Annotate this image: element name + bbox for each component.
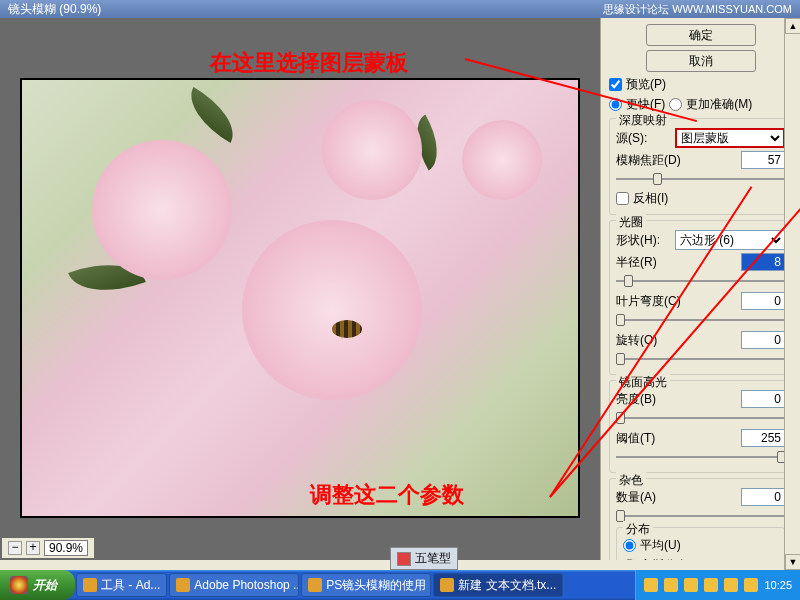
settings-panel: 确定 取消 预览(P) 更快(F) 更加准确(M) 深度映射 源(S): 图层蒙…	[600, 18, 800, 560]
system-tray: 10:25	[635, 570, 800, 600]
threshold-input[interactable]	[741, 429, 785, 447]
accurate-label: 更加准确(M)	[686, 96, 752, 113]
gaussian-label: 高斯分布(G)	[640, 557, 705, 560]
start-label: 开始	[33, 577, 57, 594]
uniform-radio[interactable]	[623, 539, 636, 552]
taskbar-item[interactable]: 工具 - Ad...	[76, 573, 167, 597]
vertical-scrollbar[interactable]: ▲ ▼	[784, 18, 800, 570]
source-label: 源(S):	[616, 130, 647, 147]
zoom-value[interactable]: 90.9%	[44, 540, 88, 556]
radius-slider[interactable]	[616, 274, 785, 288]
depth-group-title: 深度映射	[616, 112, 670, 129]
tray-icon[interactable]	[664, 578, 678, 592]
titlebar: 镜头模糊 (90.9%) 思缘设计论坛 WWW.MISSYUAN.COM	[0, 0, 800, 18]
rotation-input[interactable]	[741, 331, 785, 349]
tray-icon[interactable]	[724, 578, 738, 592]
tray-icon[interactable]	[684, 578, 698, 592]
radius-label: 半径(R)	[616, 254, 657, 271]
iris-group-title: 光圈	[616, 214, 646, 231]
iris-group: 光圈 形状(H): 六边形 (6) 半径(R) 叶片弯度(C) 旋转(O)	[609, 220, 792, 375]
clock[interactable]: 10:25	[764, 579, 792, 591]
windows-icon	[10, 576, 28, 594]
amount-label: 数量(A)	[616, 489, 656, 506]
uniform-label: 平均(U)	[640, 537, 681, 554]
noise-group-title: 杂色	[616, 472, 646, 489]
taskbar-item[interactable]: Adobe Photoshop ...	[169, 573, 299, 597]
threshold-slider[interactable]	[616, 450, 785, 464]
focal-input[interactable]	[741, 151, 785, 169]
dist-group-title: 分布	[623, 521, 653, 538]
annotation-top: 在这里选择图层蒙板	[210, 48, 408, 78]
zoom-in-button[interactable]: +	[26, 541, 40, 555]
app-icon	[176, 578, 190, 592]
preview-label: 预览(P)	[626, 76, 666, 93]
zoom-bar: − + 90.9%	[2, 538, 94, 558]
folder-icon	[83, 578, 97, 592]
scroll-down-button[interactable]: ▼	[785, 554, 800, 570]
watermark: 思缘设计论坛 WWW.MISSYUAN.COM	[603, 2, 792, 17]
shape-label: 形状(H):	[616, 232, 660, 249]
tray-icon[interactable]	[744, 578, 758, 592]
start-button[interactable]: 开始	[0, 570, 75, 600]
preview-image[interactable]	[20, 78, 580, 518]
taskbar: 开始 工具 - Ad... Adobe Photoshop ... PS镜头模糊…	[0, 570, 800, 600]
distribution-group: 分布 平均(U) 高斯分布(G)	[616, 527, 785, 560]
text-icon	[440, 578, 454, 592]
threshold-label: 阈值(T)	[616, 430, 655, 447]
ime-icon[interactable]	[397, 552, 411, 566]
brightness-slider[interactable]	[616, 411, 785, 425]
tray-icon[interactable]	[644, 578, 658, 592]
invert-checkbox[interactable]	[616, 192, 629, 205]
app-icon	[308, 578, 322, 592]
preview-pane: 在这里选择图层蒙板 调整这二个参数 − + 90.9%	[0, 18, 600, 560]
focal-slider[interactable]	[616, 172, 785, 186]
main-area: 在这里选择图层蒙板 调整这二个参数 − + 90.9% 确定 取消 预览(P) …	[0, 18, 800, 560]
depth-group: 深度映射 源(S): 图层蒙版 模糊焦距(D) 反相(I)	[609, 118, 792, 215]
focal-label: 模糊焦距(D)	[616, 152, 681, 169]
accurate-radio[interactable]	[669, 98, 682, 111]
taskbar-item[interactable]: PS镜头模糊的使用 ...	[301, 573, 431, 597]
taskbar-item[interactable]: 新建 文本文档.tx...	[433, 573, 563, 597]
brightness-input[interactable]	[741, 390, 785, 408]
amount-input[interactable]	[741, 488, 785, 506]
tray-icon[interactable]	[704, 578, 718, 592]
invert-label: 反相(I)	[633, 190, 668, 207]
cancel-button[interactable]: 取消	[646, 50, 756, 72]
noise-group: 杂色 数量(A) 分布 平均(U) 高斯分布(G) 单色(M)	[609, 478, 792, 560]
gaussian-radio[interactable]	[623, 559, 636, 560]
source-select[interactable]: 图层蒙版	[675, 128, 785, 148]
annotation-bottom: 调整这二个参数	[310, 480, 464, 510]
zoom-out-button[interactable]: −	[8, 541, 22, 555]
curvature-input[interactable]	[741, 292, 785, 310]
ok-button[interactable]: 确定	[646, 24, 756, 46]
preview-checkbox[interactable]	[609, 78, 622, 91]
ime-text: 五笔型	[415, 550, 451, 567]
scroll-up-button[interactable]: ▲	[785, 18, 800, 34]
language-bar[interactable]: 五笔型	[390, 547, 458, 570]
window-title: 镜头模糊 (90.9%)	[8, 1, 101, 18]
